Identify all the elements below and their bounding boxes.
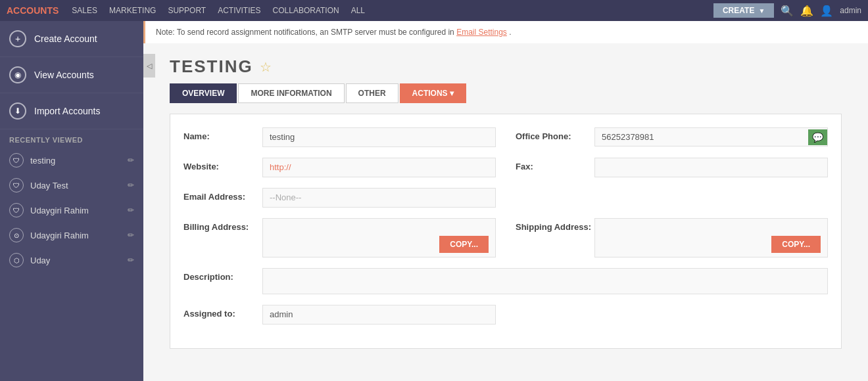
tab-actions[interactable]: ACTIONS ▾ [400, 83, 466, 103]
nav-activities[interactable]: ACTIVITIES [218, 6, 260, 15]
create-button[interactable]: CREATE ▼ [713, 3, 774, 18]
assigned-field[interactable]: admin [262, 305, 496, 325]
shipping-address-block: COPY... [594, 218, 828, 258]
create-account-icon: + [9, 30, 26, 47]
create-dropdown-arrow: ▼ [758, 7, 765, 14]
recent-testing-edit-icon[interactable]: ✏ [128, 156, 134, 165]
import-accounts-icon: ⬇ [9, 102, 26, 120]
nav-sales[interactable]: SALES [72, 6, 97, 15]
form-row-assigned: Assigned to: admin [183, 305, 828, 325]
import-accounts-label: Import Accounts [34, 106, 100, 116]
form-row-description: Description: [183, 268, 828, 294]
recent-udaygiri1-edit-icon[interactable]: ✏ [128, 206, 134, 215]
name-label: Name: [183, 127, 262, 141]
form-col-assigned: Assigned to: admin [183, 305, 496, 325]
create-account-label: Create Account [34, 34, 97, 44]
recent-uday-label: Uday [30, 256, 128, 265]
record-tabs: OVERVIEW MORE INFORMATION OTHER ACTIONS … [143, 83, 868, 103]
tab-more-information[interactable]: MORE INFORMATION [238, 83, 344, 103]
fax-field[interactable] [594, 158, 828, 177]
recent-testing-label: testing [30, 156, 128, 166]
description-field[interactable] [262, 268, 828, 294]
nav-menu: SALES MARKETING SUPPORT ACTIVITIES COLLA… [72, 6, 365, 15]
search-icon[interactable]: 🔍 [781, 5, 794, 17]
main-content: ◁ Note: To send record assignment notifi… [143, 21, 868, 381]
admin-label: admin [840, 6, 861, 15]
sms-icon[interactable]: 💬 [808, 129, 827, 145]
form-row-name-phone: Name: testing Office Phone: 56252378981 … [183, 127, 828, 147]
assigned-label: Assigned to: [183, 305, 262, 319]
sidebar-item-create-account[interactable]: + Create Account [0, 21, 143, 57]
top-navigation: ACCOUNTS SALES MARKETING SUPPORT ACTIVIT… [0, 0, 868, 21]
main-layout: + Create Account ◉ View Accounts ⬇ Impor… [0, 21, 868, 381]
bell-icon[interactable]: 🔔 [800, 5, 813, 17]
recent-item-uday-test[interactable]: 🛡 Uday Test ✏ [0, 173, 143, 198]
description-label: Description: [183, 268, 262, 282]
email-field[interactable]: --None-- [262, 188, 496, 208]
nav-support[interactable]: SUPPORT [168, 6, 206, 15]
user-icon[interactable]: 👤 [820, 5, 833, 17]
form-row-addresses: Billing Address: COPY... Shipping Addres… [183, 218, 828, 258]
sidebar-item-view-accounts[interactable]: ◉ View Accounts [0, 57, 143, 93]
brand-label[interactable]: ACCOUNTS [7, 5, 59, 16]
recent-testing-icon: 🛡 [9, 153, 24, 168]
sidebar-collapse-button[interactable]: ◁ [143, 54, 155, 78]
website-label: Website: [183, 158, 262, 171]
billing-label: Billing Address: [183, 218, 262, 232]
email-settings-link[interactable]: Email Settings [456, 28, 507, 37]
website-field[interactable]: http:// [262, 158, 496, 177]
nav-all[interactable]: ALL [351, 6, 365, 15]
recent-item-uday[interactable]: ⬡ Uday ✏ [0, 248, 143, 273]
recent-udaygiri2-icon: ⊙ [9, 228, 24, 242]
billing-address-block: COPY... [262, 218, 496, 258]
sidebar-item-import-accounts[interactable]: ⬇ Import Accounts [0, 93, 143, 129]
email-label: Email Address: [183, 188, 262, 202]
record-header: TESTING ☆ [143, 43, 868, 83]
recently-viewed-header: Recently Viewed [0, 129, 143, 148]
recent-uday-icon: ⬡ [9, 253, 24, 267]
recent-uday-test-label: Uday Test [30, 181, 128, 190]
recent-udaygiri1-icon: 🛡 [9, 203, 24, 217]
recent-udaygiri2-edit-icon[interactable]: ✏ [128, 231, 134, 240]
shipping-label: Shipping Address: [516, 218, 594, 232]
form-col-fax: Fax: [516, 158, 828, 177]
view-accounts-icon: ◉ [9, 66, 26, 83]
office-phone-wrapper: 56252378981 💬 [594, 127, 828, 146]
form-row-website-fax: Website: http:// Fax: [183, 158, 828, 177]
office-phone-label: Office Phone: [516, 127, 594, 141]
recent-uday-test-icon: 🛡 [9, 178, 24, 192]
view-accounts-label: View Accounts [34, 70, 94, 80]
form-col-website: Website: http:// [183, 158, 496, 177]
record-title: TESTING [170, 56, 253, 77]
fax-label: Fax: [516, 158, 594, 171]
form-col-phone: Office Phone: 56252378981 💬 [516, 127, 828, 146]
recent-item-udaygiri-rahim-1[interactable]: 🛡 Udaygiri Rahim ✏ [0, 198, 143, 223]
recent-uday-test-edit-icon[interactable]: ✏ [128, 181, 134, 190]
notification-bar: Note: To send record assignment notifica… [143, 21, 868, 43]
notification-end: . [509, 28, 511, 37]
form-row-email: Email Address: --None-- [183, 188, 828, 208]
form-col-billing: Billing Address: COPY... [183, 218, 496, 258]
form-col-shipping: Shipping Address: COPY... [516, 218, 828, 258]
recent-uday-edit-icon[interactable]: ✏ [128, 256, 134, 265]
billing-copy-button[interactable]: COPY... [439, 236, 489, 253]
form-col-name: Name: testing [183, 127, 496, 147]
recent-item-testing[interactable]: 🛡 testing ✏ [0, 148, 143, 173]
name-field[interactable]: testing [262, 127, 496, 147]
tab-overview[interactable]: OVERVIEW [170, 83, 237, 103]
form-area: Name: testing Office Phone: 56252378981 … [170, 114, 842, 349]
recent-udaygiri2-label: Udaygiri Rahim [30, 231, 128, 240]
nav-right-section: CREATE ▼ 🔍 🔔 👤 admin [713, 3, 861, 18]
recent-udaygiri1-label: Udaygiri Rahim [30, 206, 128, 215]
shipping-copy-button[interactable]: COPY... [771, 236, 821, 253]
notification-text: Note: To send record assignment notifica… [156, 28, 456, 37]
nav-marketing[interactable]: MARKETING [109, 6, 156, 15]
sidebar: + Create Account ◉ View Accounts ⬇ Impor… [0, 21, 143, 381]
form-col-email: Email Address: --None-- [183, 188, 496, 208]
nav-collaboration[interactable]: COLLABORATION [273, 6, 339, 15]
tab-other[interactable]: OTHER [346, 83, 398, 103]
recent-item-udaygiri-rahim-2[interactable]: ⊙ Udaygiri Rahim ✏ [0, 223, 143, 248]
favorite-star-icon[interactable]: ☆ [260, 59, 272, 75]
form-col-description: Description: [183, 268, 828, 294]
office-phone-field[interactable]: 56252378981 [595, 128, 806, 146]
